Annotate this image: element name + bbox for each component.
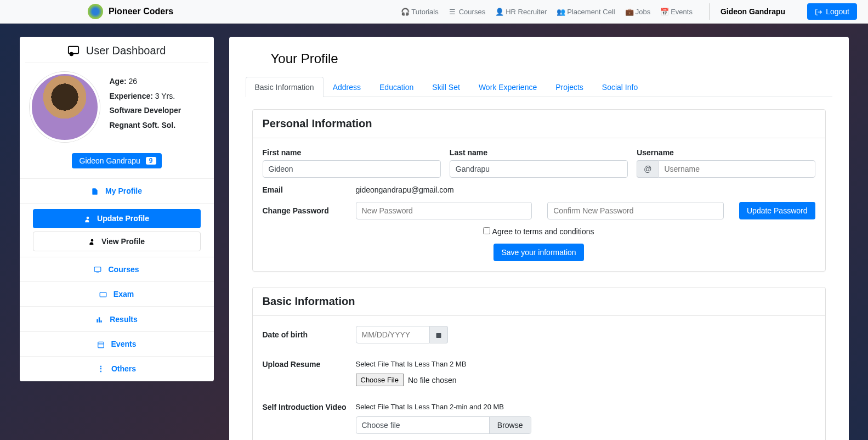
- tab-education[interactable]: Education: [370, 77, 423, 97]
- dob-input[interactable]: [356, 326, 430, 343]
- topbar: Pioneer Coders 🎧 Tutorials ☰ Courses 👤 H…: [0, 0, 868, 24]
- company-text: Regnant Soft. Sol.: [110, 118, 181, 133]
- nav-hr-label: HR Recruiter: [506, 8, 547, 16]
- user-edit-icon: [84, 214, 92, 223]
- profile-tabs: Basic Information Address Education Skil…: [246, 76, 832, 97]
- update-password-button[interactable]: Update Password: [739, 202, 815, 219]
- user-icon: 👤: [495, 8, 503, 16]
- resume-hint: Select File That Is Less Than 2 MB: [356, 360, 467, 368]
- sidebar-item-update-profile[interactable]: Update Profile: [33, 209, 201, 228]
- sidebar-item-exam[interactable]: Exam: [20, 282, 214, 307]
- tab-address[interactable]: Address: [324, 77, 370, 97]
- last-name-input[interactable]: [450, 160, 628, 178]
- first-name-input[interactable]: [263, 160, 441, 178]
- name-badge-label: Gideon Gandrapu: [80, 156, 140, 165]
- calendar-side-icon: [97, 340, 105, 348]
- topbar-right: Gideon Gandrapu Logout: [709, 3, 857, 20]
- nav-jobs[interactable]: 💼 Jobs: [625, 8, 650, 16]
- nav-tutorials[interactable]: 🎧 Tutorials: [401, 8, 438, 16]
- main-content: Your Profile Basic Information Address E…: [229, 37, 849, 440]
- terms-checkbox[interactable]: [483, 227, 490, 234]
- nav-jobs-label: Jobs: [636, 8, 650, 16]
- brand-name: Pioneer Coders: [109, 7, 173, 16]
- svg-point-2: [87, 216, 89, 219]
- name-badge[interactable]: Gideon Gandrapu 9: [72, 153, 162, 168]
- svg-rect-9: [101, 320, 102, 323]
- calendar-picker-icon[interactable]: [430, 326, 448, 343]
- sidebar: User Dashboard Age: 26 Experience: 3 Yrs…: [20, 37, 214, 381]
- sidebar-item-my-profile[interactable]: My Profile: [20, 179, 214, 204]
- logout-button[interactable]: Logout: [807, 3, 857, 20]
- video-label: Self Introduction Video: [263, 403, 356, 411]
- nav-placement-cell[interactable]: 👥 Placement Cell: [557, 8, 615, 16]
- terms-label: Agree to terms and conditions: [492, 227, 594, 236]
- age-label: Age:: [110, 77, 127, 86]
- username-label: Username: [637, 148, 815, 157]
- confirm-password-input[interactable]: [547, 202, 724, 219]
- age-value: 26: [129, 77, 138, 86]
- calendar-icon: 📅: [660, 8, 668, 16]
- badge-count: 9: [146, 157, 156, 165]
- first-name-label: First name: [263, 148, 441, 157]
- nav-hr-recruiter[interactable]: 👤 HR Recruiter: [495, 8, 547, 16]
- new-password-input[interactable]: [356, 202, 532, 219]
- tab-work-experience[interactable]: Work Experience: [469, 77, 546, 97]
- video-file-input[interactable]: Choose file Browse: [356, 416, 531, 434]
- sidebar-view-profile-label: View Profile: [101, 237, 145, 246]
- personal-info-card: Personal Information First name Last nam…: [252, 109, 826, 272]
- nav-events[interactable]: 📅 Events: [660, 8, 693, 16]
- profile-icon: [91, 187, 99, 195]
- role-text: Software Developer: [110, 103, 181, 118]
- logo-icon: [88, 4, 103, 19]
- resume-label: Upload Resume: [263, 360, 356, 369]
- sidebar-heading-text: User Dashboard: [86, 44, 166, 57]
- sidebar-item-events[interactable]: Events: [20, 332, 214, 357]
- svg-rect-7: [97, 319, 98, 323]
- terms-checkbox-wrap[interactable]: Agree to terms and conditions: [483, 227, 594, 236]
- nav-courses-label: Courses: [459, 8, 485, 16]
- browse-button[interactable]: Browse: [489, 417, 531, 433]
- svg-rect-8: [99, 317, 100, 322]
- svg-rect-10: [98, 342, 104, 348]
- page-title: Your Profile: [271, 51, 832, 66]
- sidebar-courses-label: Courses: [108, 265, 139, 274]
- nav-placement-label: Placement Cell: [567, 8, 615, 16]
- dob-label: Date of birth: [263, 330, 356, 339]
- last-name-label: Last name: [450, 148, 628, 157]
- sidebar-my-profile-label: My Profile: [105, 187, 142, 195]
- choose-file-button[interactable]: Choose File: [356, 374, 404, 386]
- sidebar-profile-subgroup: Update Profile View Profile: [20, 204, 214, 257]
- dots-icon: ⋮: [97, 364, 105, 373]
- tab-projects[interactable]: Projects: [546, 77, 593, 97]
- headset-icon: 🎧: [401, 8, 409, 16]
- nav-courses[interactable]: ☰ Courses: [449, 8, 485, 16]
- nav-events-label: Events: [671, 8, 693, 16]
- no-file-chosen-text: No file chosen: [408, 376, 457, 385]
- sidebar-item-view-profile[interactable]: View Profile: [33, 232, 201, 251]
- top-nav: 🎧 Tutorials ☰ Courses 👤 HR Recruiter 👥 P…: [401, 8, 693, 16]
- email-value: gideongandrapu@gmail.com: [356, 185, 454, 194]
- brand-area[interactable]: Pioneer Coders: [88, 4, 173, 19]
- sidebar-heading: User Dashboard: [25, 37, 208, 63]
- at-icon: @: [637, 160, 658, 178]
- sidebar-item-courses[interactable]: Courses: [20, 257, 214, 282]
- svg-rect-4: [95, 267, 101, 272]
- user-view-icon: [88, 237, 96, 246]
- tab-basic-information[interactable]: Basic Information: [246, 77, 324, 97]
- save-information-button[interactable]: Save your information: [493, 244, 583, 261]
- card-icon: [99, 290, 107, 298]
- sidebar-item-results[interactable]: Results: [20, 307, 214, 331]
- current-user-name[interactable]: Gideon Gandrapu: [709, 3, 796, 20]
- basic-info-card: Basic Information Date of birth Upl: [252, 287, 826, 440]
- svg-rect-6: [100, 292, 106, 297]
- list-icon: ☰: [449, 8, 456, 16]
- username-input[interactable]: [658, 160, 815, 178]
- sidebar-item-others[interactable]: ⋮ Others: [20, 357, 214, 381]
- tab-skill-set[interactable]: Skill Set: [423, 77, 469, 97]
- svg-point-1: [70, 52, 72, 55]
- avatar: [30, 72, 100, 142]
- name-badge-wrap: Gideon Gandrapu 9: [20, 148, 214, 179]
- basic-info-heading: Basic Information: [253, 287, 825, 316]
- sidebar-others-label: Others: [111, 364, 136, 373]
- tab-social-info[interactable]: Social Info: [593, 77, 647, 97]
